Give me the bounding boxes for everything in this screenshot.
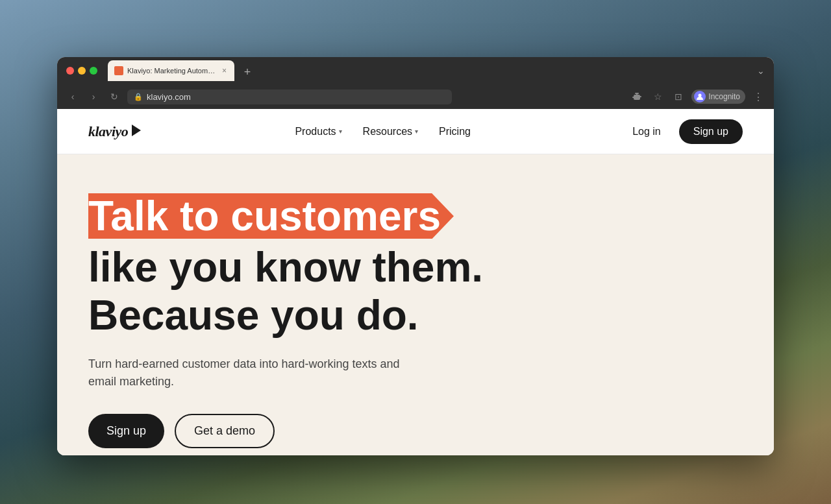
nav-products-label: Products [295, 126, 336, 138]
headline-main-line2: Because you do. [88, 292, 743, 340]
nav-links: Products ▾ Resources ▾ Pricing [284, 121, 481, 143]
nav-pricing[interactable]: Pricing [428, 121, 481, 143]
traffic-light-fullscreen[interactable] [90, 67, 97, 75]
profile-badge[interactable]: Incognito [691, 90, 745, 104]
page-content: klaviyo Products ▾ Resources ▾ Pricin [57, 109, 774, 455]
new-tab-button[interactable]: + [238, 63, 256, 81]
extensions-icon[interactable] [629, 89, 645, 104]
tab-close-icon[interactable]: × [222, 66, 227, 75]
active-tab[interactable]: Klaviyo: Marketing Automation × [108, 60, 234, 81]
logo-arrow-icon [132, 125, 141, 136]
traffic-light-close[interactable] [66, 67, 74, 75]
profile-name: Incognito [708, 92, 740, 101]
headline-highlight: Talk to customers [88, 193, 454, 239]
resources-chevron-icon: ▾ [415, 128, 418, 135]
browser-window: Klaviyo: Marketing Automation × + ⌄ ‹ › … [57, 57, 774, 455]
hero-subtitle: Turn hard-earned customer data into hard… [88, 355, 426, 390]
traffic-lights [66, 67, 97, 75]
headline-highlight-text: Talk to customers [88, 190, 454, 242]
signup-button-nav[interactable]: Sign up [679, 119, 743, 144]
site-logo[interactable]: klaviyo [88, 123, 141, 140]
chevron-down-icon: ⌄ [757, 66, 765, 76]
nav-actions: Log in Sign up [625, 119, 743, 144]
collapse-button[interactable]: ⌄ [757, 66, 765, 76]
tab-favicon [114, 66, 123, 75]
nav-resources-label: Resources [363, 126, 412, 138]
products-chevron-icon: ▾ [339, 128, 342, 135]
svg-point-0 [699, 94, 702, 97]
logo-text: klaviyo [88, 123, 128, 140]
tabs-container: Klaviyo: Marketing Automation × + [108, 60, 256, 81]
browser-toolbar: ‹ › ↻ 🔒 klaviyo.com ☆ ⊡ [57, 84, 774, 109]
bookmark-icon[interactable]: ☆ [650, 89, 665, 104]
nav-pricing-label: Pricing [439, 126, 471, 138]
site-navbar: klaviyo Products ▾ Resources ▾ Pricin [57, 109, 774, 154]
cta-demo-button[interactable]: Get a demo [175, 414, 275, 448]
tab-title: Klaviyo: Marketing Automation [127, 67, 218, 75]
toolbar-right: ☆ ⊡ Incognito ⋮ [629, 89, 766, 104]
forward-button[interactable]: › [86, 89, 101, 104]
titlebar-row: Klaviyo: Marketing Automation × + ⌄ [57, 57, 774, 84]
login-button[interactable]: Log in [625, 121, 669, 143]
nav-products[interactable]: Products ▾ [284, 121, 352, 143]
cta-signup-button[interactable]: Sign up [88, 414, 164, 448]
traffic-light-minimize[interactable] [78, 67, 86, 75]
avatar [694, 91, 706, 102]
browser-chrome: Klaviyo: Marketing Automation × + ⌄ ‹ › … [57, 57, 774, 109]
headline-main-line1: like you know them. [88, 244, 743, 292]
reload-button[interactable]: ↻ [106, 89, 122, 104]
lock-icon: 🔒 [134, 93, 143, 101]
nav-resources[interactable]: Resources ▾ [353, 121, 428, 143]
hero-section: Talk to customers like you know them. Be… [57, 154, 774, 455]
url-display: klaviyo.com [147, 92, 191, 102]
hero-headline: Talk to customers like you know them. Be… [88, 193, 743, 340]
hero-ctas: Sign up Get a demo [88, 414, 743, 448]
address-bar[interactable]: 🔒 klaviyo.com [127, 90, 452, 104]
tab-view-icon[interactable]: ⊡ [671, 89, 686, 104]
back-button[interactable]: ‹ [65, 89, 81, 104]
browser-menu-button[interactable]: ⋮ [750, 89, 766, 104]
